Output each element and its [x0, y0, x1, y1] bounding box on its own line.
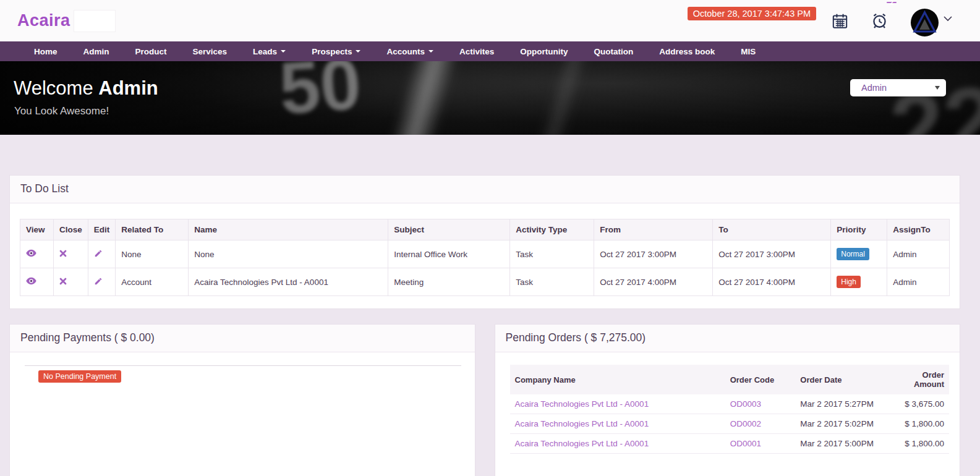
priority-badge: Normal	[837, 248, 869, 260]
welcome-subtitle: You Look Awesome!	[14, 105, 109, 117]
user-menu-chevron-down-icon[interactable]	[944, 16, 952, 22]
todo-activity-type: Task	[510, 268, 594, 296]
nav-item-address-book[interactable]: Address book	[646, 41, 728, 61]
welcome-prefix: Welcome	[14, 77, 98, 99]
pending-orders-panel: Pending Orders ( $ 7,275.00) Company Nam…	[495, 324, 961, 476]
view-eye-icon[interactable]	[26, 249, 36, 257]
priority-badge: High	[837, 276, 861, 288]
alarm-clock-icon	[871, 21, 888, 32]
welcome-username: Admin	[98, 77, 158, 99]
user-filter-select[interactable]: Admin	[850, 79, 946, 96]
todo-table: View Close Edit Related To Name Subject …	[20, 219, 950, 296]
order-amount: $ 3,675.00	[888, 394, 949, 414]
bottom-panels-row: Pending Payments ( $ 0.00) No Pending Pa…	[9, 324, 960, 476]
brand-logo-text: Acaira	[17, 11, 70, 30]
no-pending-payment-badge: No Pending Payment	[38, 370, 121, 383]
todo-subject: Meeting	[388, 268, 510, 296]
pending-payments-panel: Pending Payments ( $ 0.00) No Pending Pa…	[9, 324, 475, 476]
order-company-link[interactable]: Acaira Technologies Pvt Ltd - A0001	[510, 434, 725, 454]
notification-count-badge: 2	[887, 2, 897, 3]
todo-panel-header: To Do List	[10, 176, 960, 203]
col-name: Name	[189, 219, 388, 240]
nav-item-admin[interactable]: Admin	[70, 41, 122, 61]
order-code-link[interactable]: OD0002	[725, 414, 796, 434]
nav-label: Address book	[659, 47, 715, 56]
caret-down-icon	[428, 50, 433, 53]
close-x-icon[interactable]	[59, 250, 67, 257]
order-code-link[interactable]: OD0001	[725, 434, 796, 454]
nav-item-home[interactable]: Home	[21, 41, 70, 61]
nav-label: Prospects	[312, 47, 352, 56]
pending-orders-body: Company Name Order Code Order Date Order…	[495, 365, 960, 454]
nav-item-leads[interactable]: Leads	[240, 41, 299, 61]
todo-panel-title: To Do List	[20, 182, 69, 195]
order-company-link[interactable]: Acaira Technologies Pvt Ltd - A0001	[510, 394, 725, 414]
reminders-button[interactable]: 2	[871, 12, 888, 30]
col-company-name: Company Name	[510, 365, 725, 394]
nav-label: Activites	[459, 47, 494, 56]
nav-item-opportunity[interactable]: Opportunity	[507, 41, 581, 61]
pending-payments-body: No Pending Payment	[10, 365, 475, 383]
page-content: To Do List View Close Edit Related To Na…	[0, 135, 980, 476]
calendar-button[interactable]	[832, 12, 848, 30]
todo-related-to: Account	[116, 268, 189, 296]
pending-orders-title: Pending Orders ( $ 7,275.00)	[506, 331, 646, 344]
user-avatar[interactable]	[911, 9, 939, 36]
col-assign-to: AssignTo	[887, 219, 950, 240]
todo-from: Oct 27 2017 3:00PM	[594, 240, 713, 268]
nav-label: Leads	[253, 47, 277, 56]
orders-header-row: Company Name Order Code Order Date Order…	[510, 365, 950, 394]
header-actions: October 28, 2017 3:47:43 PM	[688, 5, 952, 36]
pending-payments-header: Pending Payments ( $ 0.00)	[10, 325, 475, 352]
nav-label: Admin	[83, 47, 109, 56]
nav-label: Home	[34, 47, 58, 56]
nav-item-product[interactable]: Product	[122, 41, 180, 61]
close-x-icon[interactable]	[59, 278, 67, 285]
caret-down-icon	[356, 50, 360, 53]
order-company-link[interactable]: Acaira Technologies Pvt Ltd - A0001	[510, 414, 725, 434]
order-date: Mar 2 2017 5:02PM	[795, 414, 887, 434]
calendar-icon	[832, 21, 848, 32]
order-row: Acaira Technologies Pvt Ltd - A0001 OD00…	[510, 394, 950, 414]
welcome-heading: Welcome Admin	[14, 77, 158, 100]
order-date: Mar 2 2017 5:00PM	[795, 434, 887, 454]
todo-name: None	[189, 240, 388, 268]
nav-item-quotation[interactable]: Quotation	[581, 41, 646, 61]
col-priority: Priority	[831, 219, 887, 240]
pending-payments-title: Pending Payments ( $ 0.00)	[20, 331, 155, 344]
top-header: Acaira October 28, 2017 3:47:43 PM	[0, 0, 980, 41]
col-edit: Edit	[88, 219, 116, 240]
nav-item-accounts[interactable]: Accounts	[373, 41, 446, 61]
todo-to: Oct 27 2017 4:00PM	[713, 268, 831, 296]
col-from: From	[594, 219, 713, 240]
edit-pencil-icon[interactable]	[94, 277, 103, 286]
order-code-link[interactable]: OD0003	[725, 394, 796, 414]
nav-label: Quotation	[594, 47, 633, 56]
edit-pencil-icon[interactable]	[94, 249, 103, 258]
order-date: Mar 2 2017 5:27PM	[795, 394, 887, 414]
col-view: View	[20, 219, 54, 240]
pending-orders-header: Pending Orders ( $ 7,275.00)	[495, 325, 960, 352]
col-order-code: Order Code	[725, 365, 796, 394]
view-eye-icon[interactable]	[26, 277, 36, 285]
todo-list-panel: To Do List View Close Edit Related To Na…	[9, 175, 960, 309]
nav-label: Services	[193, 47, 228, 56]
user-filter-selected-value: Admin	[861, 83, 935, 93]
col-close: Close	[54, 219, 88, 240]
nav-item-services[interactable]: Services	[180, 41, 241, 61]
todo-row: None None Internal Office Work Task Oct …	[20, 240, 950, 268]
todo-row: Account Acaira Technologies Pvt Ltd - A0…	[20, 268, 950, 296]
caret-down-icon	[281, 50, 286, 53]
pending-orders-table: Company Name Order Code Order Date Order…	[510, 365, 950, 454]
todo-panel-body: View Close Edit Related To Name Subject …	[10, 203, 960, 308]
nav-label: Opportunity	[520, 47, 568, 56]
order-row: Acaira Technologies Pvt Ltd - A0001 OD00…	[510, 434, 950, 454]
hero-banner: 50 22 Welcome Admin You Look Awesome! Ad…	[0, 61, 980, 135]
nav-item-activites[interactable]: Activites	[446, 41, 507, 61]
nav-label: Accounts	[386, 47, 425, 56]
nav-item-mis[interactable]: MIS	[728, 41, 769, 61]
order-amount: $ 1,800.00	[888, 434, 949, 454]
main-nav: Home Admin Product Services Leads Prospe…	[0, 41, 980, 61]
todo-assign-to: Admin	[887, 268, 950, 296]
nav-item-prospects[interactable]: Prospects	[299, 41, 373, 61]
